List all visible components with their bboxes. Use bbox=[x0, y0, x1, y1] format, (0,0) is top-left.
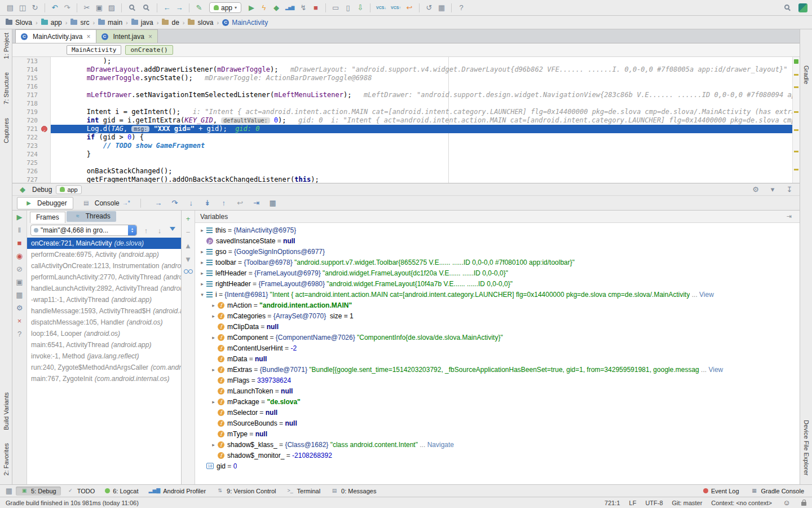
tab-debugger[interactable]: ▶Debugger bbox=[17, 197, 73, 209]
expand-arrow-icon[interactable]: ▸ bbox=[210, 335, 217, 340]
tab-console[interactable]: ▤Console→* bbox=[74, 197, 136, 209]
stack-frame[interactable]: dispatchMessage:105, Handler(android.os) bbox=[27, 317, 181, 328]
breadcrumb-item-de[interactable]: de bbox=[162, 19, 179, 27]
tab-MainActivity.java[interactable]: CMainActivity.java× bbox=[15, 29, 96, 43]
code-editor[interactable]: 7137147157167177187197207217227237247257… bbox=[12, 57, 800, 183]
show-watches-icon[interactable] bbox=[184, 269, 193, 273]
analysis-ok-mark[interactable] bbox=[794, 59, 798, 64]
vcs-update-icon[interactable]: VCS↓ bbox=[374, 6, 388, 10]
breadcrumb-item-mainactivity[interactable]: CMainActivity bbox=[222, 19, 268, 27]
variable-row[interactable]: fmType = null bbox=[195, 428, 800, 439]
toolwindow-button-todo[interactable]: ✓TODO bbox=[62, 487, 100, 496]
cut-icon[interactable]: ✂ bbox=[81, 4, 92, 11]
save-all-icon[interactable]: ◫ bbox=[17, 4, 28, 11]
frame-down-icon[interactable]: ↓ bbox=[154, 227, 165, 234]
warning-mark[interactable] bbox=[794, 111, 798, 113]
variable-row[interactable]: fmContentUserHint = -2 bbox=[195, 343, 800, 353]
view-link[interactable]: View bbox=[708, 366, 723, 374]
tool-stripe-button[interactable]: Gradle bbox=[803, 65, 810, 84]
toolwindow-button-5-debug[interactable]: ▣5: Debug bbox=[16, 487, 61, 496]
stack-frame[interactable]: main:6541, ActivityThread(android.app) bbox=[27, 339, 181, 351]
status-item[interactable]: 721:1 bbox=[604, 500, 620, 506]
stack-frame[interactable]: performLaunchActivity:2770, ActivityThre… bbox=[27, 271, 181, 283]
toolwindow-button-terminal[interactable]: >_Terminal bbox=[282, 487, 325, 496]
variable-row[interactable]: fshadow$_monitor_ = -2108268392 bbox=[195, 450, 800, 461]
tool-stripe-button[interactable]: 7: Structure bbox=[3, 72, 10, 104]
toolwindow-button-event-log[interactable]: Event Log bbox=[699, 487, 744, 496]
step-into-icon[interactable]: ↓ bbox=[186, 199, 197, 207]
code-line[interactable] bbox=[54, 99, 800, 108]
expand-arrow-icon[interactable]: ▸ bbox=[210, 303, 217, 308]
stack-frame[interactable]: onCreate:721, MainActivity(de.slova) bbox=[27, 238, 181, 249]
paste-icon[interactable]: ▨ bbox=[106, 4, 117, 11]
status-item[interactable]: UTF-8 bbox=[645, 500, 663, 506]
variable-row[interactable]: ▸fshadow$_klass_ = {Class@1682} "class a… bbox=[195, 439, 800, 450]
stack-frame[interactable]: main:767, ZygoteInit(com.android.interna… bbox=[27, 373, 181, 384]
expand-arrow-icon[interactable]: ▸ bbox=[210, 442, 217, 448]
expand-arrow-icon[interactable]: ▸ bbox=[198, 249, 206, 255]
run-config-chip[interactable]: app bbox=[56, 185, 81, 194]
status-item[interactable]: Git: master bbox=[672, 500, 703, 506]
debug-icon[interactable]: ◆ bbox=[271, 4, 282, 11]
variable-row[interactable]: fmSourceBounds = null bbox=[195, 418, 800, 428]
run-icon[interactable]: ▶ bbox=[246, 4, 257, 11]
breadcrumb-item-src[interactable]: src bbox=[70, 19, 89, 27]
move-watch-down-icon[interactable]: ▼ bbox=[183, 256, 194, 263]
variable-row[interactable]: fmFlags = 339738624 bbox=[195, 375, 800, 386]
stack-frame[interactable]: -wrap11:-1, ActivityThread(android.app) bbox=[27, 294, 181, 305]
variable-row[interactable]: fmData = null bbox=[195, 353, 800, 364]
settings-gear-icon[interactable]: ⚙ bbox=[750, 186, 761, 193]
variable-row[interactable]: ▸toolbar = {Toolbar@6978} "android.suppo… bbox=[195, 257, 800, 268]
chevron-down-icon[interactable]: ▾ bbox=[767, 186, 778, 193]
stack-frame[interactable]: handleMessage:1593, ActivityThread$H(and… bbox=[27, 305, 181, 317]
layout-inspector-icon[interactable]: ▭ bbox=[330, 4, 341, 11]
code-line[interactable]: mLeftDrawer.setNavigationItemSelectedLis… bbox=[54, 91, 800, 99]
status-item[interactable]: Context: <no context> bbox=[711, 500, 772, 506]
variable-row[interactable]: ▸fmAction = "android.intent.action.MAIN" bbox=[195, 300, 800, 310]
code-line[interactable]: mDrawerToggle.syncState(); mDrawerToggle… bbox=[54, 74, 800, 82]
back-icon[interactable]: ← bbox=[161, 4, 173, 11]
tab-Intent.java[interactable]: CIntent.java× bbox=[96, 29, 158, 43]
stack-frame[interactable]: callActivityOnCreate:1213, Instrumentati… bbox=[27, 260, 181, 271]
avd-manager-icon[interactable]: ▯ bbox=[342, 4, 354, 11]
search-everywhere-icon[interactable] bbox=[784, 5, 789, 10]
variable-row[interactable]: ▸leftHeader = {FrameLayout@6979} "androi… bbox=[195, 268, 800, 278]
warning-mark[interactable] bbox=[794, 151, 798, 152]
move-watch-up-icon[interactable]: ▲ bbox=[183, 242, 194, 249]
pin-right-icon[interactable]: ⇥ bbox=[783, 213, 795, 220]
hide-window-icon[interactable]: ↧ bbox=[784, 186, 795, 193]
lock-icon[interactable] bbox=[801, 502, 806, 506]
expand-arrow-icon[interactable]: ▸ bbox=[210, 399, 217, 405]
revert-icon[interactable]: ↩ bbox=[404, 4, 415, 11]
stack-frame[interactable]: handleLaunchActivity:2892, ActivityThrea… bbox=[27, 283, 181, 294]
close-icon[interactable]: × bbox=[86, 33, 90, 41]
tab-threads[interactable]: ≈Threads bbox=[67, 211, 116, 222]
variable-row[interactable]: fmClipData = null bbox=[195, 321, 800, 332]
resume-icon[interactable]: ▶ bbox=[14, 213, 25, 221]
toolwindow-button-gradle-console[interactable]: ▦Gradle Console bbox=[746, 487, 809, 496]
thread-selector[interactable]: "main"@4,668 in gro... ▴ ▾ bbox=[30, 225, 137, 236]
code-line[interactable]: int gid = i.getIntExtra(KEY_GID, default… bbox=[54, 116, 800, 125]
variable-row[interactable]: ▸this = {MainActivity@6975} bbox=[195, 225, 800, 235]
stack-frame[interactable]: run:240, Zygote$MethodAndArgsCaller(com.… bbox=[27, 362, 181, 373]
sdk-manager-icon[interactable]: ⇩ bbox=[355, 4, 366, 11]
variable-row[interactable]: ▸fmPackage = "de.slova" bbox=[195, 396, 800, 407]
expand-arrow-icon[interactable]: ▸ bbox=[198, 281, 206, 287]
help-icon[interactable]: ? bbox=[14, 330, 25, 338]
code-line[interactable]: if (gid > 0) { bbox=[54, 133, 800, 142]
expand-arrow-icon[interactable]: ▸ bbox=[198, 270, 206, 276]
redo-icon[interactable]: ↷ bbox=[61, 4, 73, 11]
drop-frame-icon[interactable]: ↩ bbox=[235, 199, 246, 207]
variable-row[interactable]: fmLaunchToken = null bbox=[195, 386, 800, 396]
variable-row[interactable]: ▸fmComponent = {ComponentName@7026} "Com… bbox=[195, 332, 800, 343]
code-line[interactable]: Log.d(TAG, msg: "XXX gid=" + gid); gid: … bbox=[51, 125, 800, 133]
status-item[interactable]: LF bbox=[629, 500, 637, 506]
code-line[interactable]: ); bbox=[54, 57, 800, 65]
view-link[interactable]: View bbox=[699, 291, 714, 299]
edit-run-config-icon[interactable]: ✎ bbox=[193, 4, 205, 11]
run-config-select[interactable]: app▾ bbox=[209, 2, 241, 13]
toolwindow-button-android-profiler[interactable]: ▂▅▇Android Profiler bbox=[144, 487, 211, 496]
breakpoint-icon[interactable] bbox=[41, 126, 47, 132]
expand-arrow-icon[interactable]: ▸ bbox=[198, 227, 206, 233]
run-to-cursor-icon[interactable]: ⇥ bbox=[251, 199, 262, 207]
